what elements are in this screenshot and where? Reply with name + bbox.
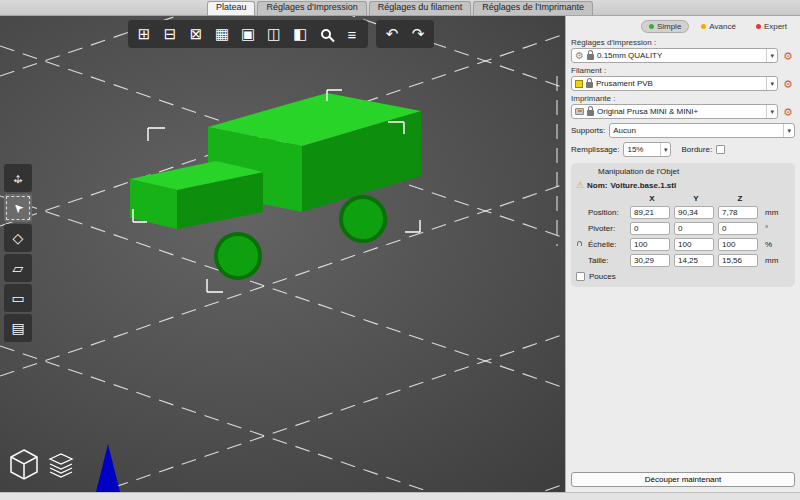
- rotate-row-label: Pivoter:: [588, 224, 630, 233]
- arrange-icon[interactable]: ▦: [209, 21, 235, 47]
- supports-value: Aucun: [613, 126, 780, 135]
- advanced-mode-dot-icon: [701, 24, 706, 29]
- brim-label: Bordure:: [681, 145, 712, 154]
- chevron-down-icon: ▾: [766, 105, 775, 118]
- gizmo-toolbar: ↔ ↕ ➤ ◇ ▱ ▭ ▤: [4, 164, 32, 342]
- scale-unit: %: [762, 240, 780, 249]
- tab-plateau[interactable]: Plateau: [207, 1, 256, 15]
- search-icon[interactable]: [313, 21, 339, 47]
- scale-x-input[interactable]: [630, 238, 670, 251]
- delete-all-icon[interactable]: ⊠: [183, 21, 209, 47]
- cut-tool[interactable]: ▭: [4, 284, 32, 312]
- scale-row-label: Échelle:: [588, 240, 630, 249]
- position-row-label: Position:: [588, 208, 630, 217]
- rotate-z-input[interactable]: [718, 222, 758, 235]
- print-settings-edit-icon[interactable]: ⚙: [781, 49, 795, 63]
- select-tool[interactable]: ➤: [4, 194, 32, 222]
- lock-icon: [586, 82, 593, 88]
- add-object-icon[interactable]: ⊞: [131, 21, 157, 47]
- magnifier-glyph: [321, 29, 331, 39]
- warning-icon: ⚠: [576, 180, 584, 190]
- lock-icon: [587, 110, 594, 116]
- infill-value: 15%: [627, 145, 656, 154]
- object-toolbar: ⊞ ⊟ ⊠ ▦ ▣ ◫ ◧ ≡: [128, 20, 368, 48]
- object-transform-grid: X Y Z Position: mm Pivoter: °: [576, 194, 790, 267]
- move-tool[interactable]: ↔ ↕: [4, 164, 32, 192]
- printer-combo[interactable]: Original Prusa MINI & MINI+ ▾: [571, 104, 778, 119]
- view-cube-icon[interactable]: [8, 448, 40, 486]
- position-y-input[interactable]: [674, 206, 714, 219]
- mode-advanced-button[interactable]: Avancé: [693, 20, 744, 33]
- inches-checkbox[interactable]: [576, 272, 585, 281]
- model-car[interactable]: [130, 93, 421, 278]
- supports-label: Supports:: [571, 126, 605, 135]
- top-toolbar: ⊞ ⊟ ⊠ ▦ ▣ ◫ ◧ ≡ ↶ ↷: [128, 20, 434, 48]
- filament-combo[interactable]: Prusament PVB ▾: [571, 76, 778, 91]
- size-x-input[interactable]: [630, 254, 670, 267]
- size-y-input[interactable]: [674, 254, 714, 267]
- object-name-value: Voiture.base.1.stl: [611, 181, 677, 190]
- inches-label: Pouces: [589, 272, 616, 281]
- print-settings-combo[interactable]: ⚙ 0.15mm QUALITY ▾: [571, 48, 778, 63]
- filament-value: Prusament PVB: [596, 79, 763, 88]
- axis-header-y: Y: [674, 194, 718, 203]
- rotate-tool[interactable]: ◇: [4, 224, 32, 252]
- build-plate-grid: [0, 16, 565, 492]
- printer-icon: [575, 108, 584, 115]
- rotate-y-input[interactable]: [674, 222, 714, 235]
- redo-icon[interactable]: ↷: [405, 21, 431, 47]
- size-row-label: Taille:: [588, 256, 630, 265]
- printer-edit-icon[interactable]: ⚙: [781, 105, 795, 119]
- filament-edit-icon[interactable]: ⚙: [781, 77, 795, 91]
- layer-height-icon[interactable]: ≡: [339, 21, 365, 47]
- place-on-face-tool[interactable]: ▱: [4, 254, 32, 282]
- mode-switcher: Simple Avancé Expert: [571, 20, 795, 33]
- tab-print-settings[interactable]: Réglages d'Impression: [257, 1, 366, 15]
- main-content: ⊞ ⊟ ⊠ ▦ ▣ ◫ ◧ ≡ ↶ ↷ ↔: [0, 16, 800, 492]
- simple-mode-dot-icon: [649, 24, 654, 29]
- copy-icon[interactable]: ▣: [235, 21, 261, 47]
- brim-checkbox[interactable]: [716, 145, 725, 154]
- move-v-arrow-icon: ↕: [4, 164, 32, 192]
- scale-y-input[interactable]: [674, 238, 714, 251]
- mode-simple-label: Simple: [657, 22, 681, 31]
- undo-redo-toolbar: ↶ ↷: [376, 20, 434, 48]
- support-paint-tool[interactable]: ▤: [4, 314, 32, 342]
- lock-icon: [587, 54, 594, 60]
- mode-simple-button[interactable]: Simple: [641, 20, 689, 33]
- filament-color-swatch: [575, 80, 583, 88]
- infill-label: Remplissage:: [571, 145, 619, 154]
- object-manipulation-panel: Manipulation de l'Objet ⚠ Nom: Voiture.b…: [571, 163, 795, 287]
- position-x-input[interactable]: [630, 206, 670, 219]
- rotate-unit: °: [762, 224, 780, 233]
- tab-printer-settings[interactable]: Réglages de l'Imprimante: [473, 1, 593, 15]
- layers-view-icon[interactable]: [46, 452, 76, 484]
- axis-header-x: X: [630, 194, 674, 203]
- position-z-input[interactable]: [718, 206, 758, 219]
- axis-header-z: Z: [718, 194, 762, 203]
- slice-now-button[interactable]: Découper maintenant: [571, 472, 795, 487]
- undo-icon[interactable]: ↶: [379, 21, 405, 47]
- infill-combo[interactable]: 15% ▾: [623, 142, 671, 157]
- tab-filament-settings[interactable]: Réglages du filament: [369, 1, 472, 15]
- split-icon[interactable]: ◧: [287, 21, 313, 47]
- paste-icon[interactable]: ◫: [261, 21, 287, 47]
- remove-object-icon[interactable]: ⊟: [157, 21, 183, 47]
- expert-mode-dot-icon: [756, 24, 761, 29]
- chevron-down-icon: ▾: [766, 49, 775, 62]
- viewport-canvas[interactable]: [0, 16, 565, 492]
- object-name-label: Nom:: [587, 181, 607, 190]
- position-unit: mm: [762, 208, 780, 217]
- mode-advanced-label: Avancé: [709, 22, 736, 31]
- chevron-down-icon: ▾: [783, 124, 792, 137]
- size-z-input[interactable]: [718, 254, 758, 267]
- viewport-3d[interactable]: ⊞ ⊟ ⊠ ▦ ▣ ◫ ◧ ≡ ↶ ↷ ↔: [0, 16, 565, 492]
- prusaslicer-window: Plateau Réglages d'Impression Réglages d…: [0, 0, 800, 500]
- chevron-down-icon: ▾: [660, 143, 669, 156]
- mode-expert-button[interactable]: Expert: [748, 20, 795, 33]
- supports-combo[interactable]: Aucun ▾: [609, 123, 795, 138]
- scale-z-input[interactable]: [718, 238, 758, 251]
- profile-gear-icon: ⚙: [575, 51, 584, 61]
- printer-value: Original Prusa MINI & MINI+: [597, 107, 763, 116]
- rotate-x-input[interactable]: [630, 222, 670, 235]
